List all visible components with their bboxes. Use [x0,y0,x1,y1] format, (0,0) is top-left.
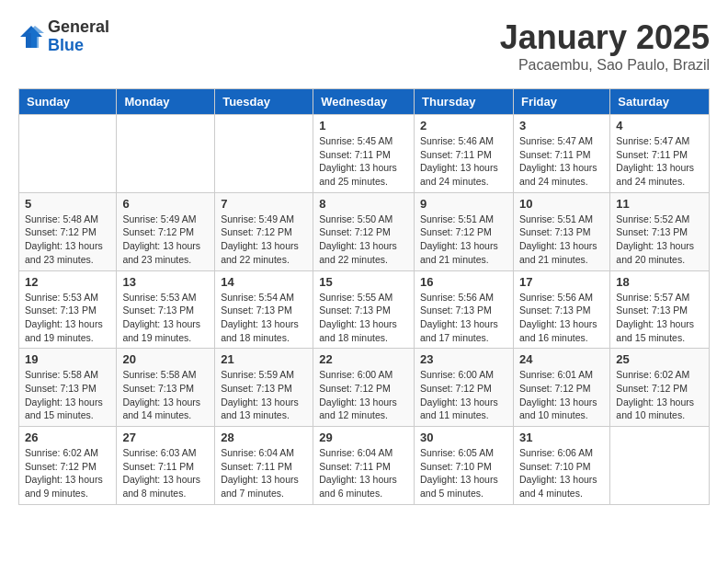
calendar-cell: 22Sunrise: 6:00 AM Sunset: 7:12 PM Dayli… [313,349,415,427]
calendar-cell: 2Sunrise: 5:46 AM Sunset: 7:11 PM Daylig… [415,115,514,193]
day-info: Sunrise: 5:50 AM Sunset: 7:12 PM Dayligh… [319,213,408,267]
calendar-week-row: 12Sunrise: 5:53 AM Sunset: 7:13 PM Dayli… [19,270,710,349]
calendar-week-row: 5Sunrise: 5:48 AM Sunset: 7:12 PM Daylig… [19,192,710,270]
day-number: 6 [122,197,209,211]
calendar-cell: 18Sunrise: 5:57 AM Sunset: 7:13 PM Dayli… [610,270,710,349]
calendar-cell: 16Sunrise: 5:56 AM Sunset: 7:13 PM Dayli… [415,270,514,349]
calendar-cell: 14Sunrise: 5:54 AM Sunset: 7:13 PM Dayli… [215,270,313,349]
calendar-cell: 4Sunrise: 5:47 AM Sunset: 7:11 PM Daylig… [610,115,710,193]
logo-icon [18,24,44,50]
calendar-cell: 5Sunrise: 5:48 AM Sunset: 7:12 PM Daylig… [19,192,117,270]
day-info: Sunrise: 5:51 AM Sunset: 7:13 PM Dayligh… [519,213,604,267]
day-number: 23 [420,352,507,366]
day-info: Sunrise: 5:49 AM Sunset: 7:12 PM Dayligh… [221,213,307,267]
location-subtitle: Pacaembu, Sao Paulo, Brazil [500,57,710,74]
day-number: 4 [616,119,703,132]
day-number: 2 [420,119,507,132]
day-number: 15 [319,275,408,289]
day-info: Sunrise: 6:06 AM Sunset: 7:10 PM Dayligh… [519,446,604,500]
day-info: Sunrise: 6:00 AM Sunset: 7:12 PM Dayligh… [420,368,507,422]
day-info: Sunrise: 6:04 AM Sunset: 7:11 PM Dayligh… [319,446,408,500]
day-info: Sunrise: 5:56 AM Sunset: 7:13 PM Dayligh… [420,291,507,345]
day-number: 11 [616,197,703,211]
day-number: 9 [420,197,507,211]
logo-text: General Blue [48,18,109,55]
calendar-cell: 9Sunrise: 5:51 AM Sunset: 7:12 PM Daylig… [415,192,514,270]
day-info: Sunrise: 6:03 AM Sunset: 7:11 PM Dayligh… [122,446,209,500]
calendar-cell: 8Sunrise: 5:50 AM Sunset: 7:12 PM Daylig… [313,192,415,270]
weekday-header-monday: Monday [117,89,215,115]
weekday-header-sunday: Sunday [19,89,117,115]
day-number: 22 [319,352,408,366]
calendar-cell: 27Sunrise: 6:03 AM Sunset: 7:11 PM Dayli… [117,427,215,505]
day-number: 31 [519,431,604,444]
day-number: 14 [221,275,307,289]
calendar-cell: 20Sunrise: 5:58 AM Sunset: 7:13 PM Dayli… [117,349,215,427]
calendar-cell: 6Sunrise: 5:49 AM Sunset: 7:12 PM Daylig… [117,192,215,270]
calendar-cell [215,115,313,193]
calendar-cell [610,427,710,505]
day-info: Sunrise: 6:00 AM Sunset: 7:12 PM Dayligh… [319,368,408,422]
day-number: 29 [319,431,408,444]
calendar-week-row: 1Sunrise: 5:45 AM Sunset: 7:11 PM Daylig… [19,115,710,193]
calendar-cell: 17Sunrise: 5:56 AM Sunset: 7:13 PM Dayli… [513,270,609,349]
day-number: 1 [319,119,408,132]
month-title: January 2025 [500,18,710,57]
day-info: Sunrise: 5:51 AM Sunset: 7:12 PM Dayligh… [420,213,507,267]
calendar-cell: 31Sunrise: 6:06 AM Sunset: 7:10 PM Dayli… [513,427,609,505]
day-info: Sunrise: 6:02 AM Sunset: 7:12 PM Dayligh… [616,368,703,422]
day-info: Sunrise: 5:53 AM Sunset: 7:13 PM Dayligh… [25,291,110,345]
day-number: 26 [25,431,110,444]
page-header: General Blue January 2025 Pacaembu, Sao … [18,18,710,74]
calendar-cell: 23Sunrise: 6:00 AM Sunset: 7:12 PM Dayli… [415,349,514,427]
day-number: 24 [519,352,604,366]
logo-blue-label: Blue [48,37,109,55]
day-number: 18 [616,275,703,289]
calendar-cell: 11Sunrise: 5:52 AM Sunset: 7:13 PM Dayli… [610,192,710,270]
day-number: 8 [319,197,408,211]
day-number: 27 [122,431,209,444]
day-info: Sunrise: 6:01 AM Sunset: 7:12 PM Dayligh… [519,368,604,422]
calendar-cell: 25Sunrise: 6:02 AM Sunset: 7:12 PM Dayli… [610,349,710,427]
calendar-cell: 26Sunrise: 6:02 AM Sunset: 7:12 PM Dayli… [19,427,117,505]
day-number: 10 [519,197,604,211]
calendar-cell: 13Sunrise: 5:53 AM Sunset: 7:13 PM Dayli… [117,270,215,349]
calendar-cell: 19Sunrise: 5:58 AM Sunset: 7:13 PM Dayli… [19,349,117,427]
calendar-cell: 24Sunrise: 6:01 AM Sunset: 7:12 PM Dayli… [513,349,609,427]
day-info: Sunrise: 6:05 AM Sunset: 7:10 PM Dayligh… [420,446,507,500]
calendar-cell: 21Sunrise: 5:59 AM Sunset: 7:13 PM Dayli… [215,349,313,427]
calendar-cell: 28Sunrise: 6:04 AM Sunset: 7:11 PM Dayli… [215,427,313,505]
calendar-table: SundayMondayTuesdayWednesdayThursdayFrid… [18,88,710,505]
day-info: Sunrise: 5:58 AM Sunset: 7:13 PM Dayligh… [25,368,110,422]
day-info: Sunrise: 5:47 AM Sunset: 7:11 PM Dayligh… [519,134,604,189]
day-number: 17 [519,275,604,289]
day-number: 30 [420,431,507,444]
day-info: Sunrise: 5:58 AM Sunset: 7:13 PM Dayligh… [122,368,209,422]
day-number: 5 [25,197,110,211]
calendar-cell: 7Sunrise: 5:49 AM Sunset: 7:12 PM Daylig… [215,192,313,270]
calendar-cell: 29Sunrise: 6:04 AM Sunset: 7:11 PM Dayli… [313,427,415,505]
weekday-header-row: SundayMondayTuesdayWednesdayThursdayFrid… [19,89,710,115]
day-number: 12 [25,275,110,289]
day-number: 19 [25,352,110,366]
calendar-cell: 30Sunrise: 6:05 AM Sunset: 7:10 PM Dayli… [415,427,514,505]
calendar-cell [117,115,215,193]
calendar-week-row: 19Sunrise: 5:58 AM Sunset: 7:13 PM Dayli… [19,349,710,427]
day-number: 25 [616,352,703,366]
calendar-week-row: 26Sunrise: 6:02 AM Sunset: 7:12 PM Dayli… [19,427,710,505]
day-info: Sunrise: 5:47 AM Sunset: 7:11 PM Dayligh… [616,134,703,189]
day-number: 13 [122,275,209,289]
day-number: 3 [519,119,604,132]
day-info: Sunrise: 5:56 AM Sunset: 7:13 PM Dayligh… [519,291,604,345]
calendar-cell: 10Sunrise: 5:51 AM Sunset: 7:13 PM Dayli… [513,192,609,270]
weekday-header-saturday: Saturday [610,89,710,115]
day-number: 21 [221,352,307,366]
day-info: Sunrise: 5:55 AM Sunset: 7:13 PM Dayligh… [319,291,408,345]
day-number: 28 [221,431,307,444]
day-info: Sunrise: 5:54 AM Sunset: 7:13 PM Dayligh… [221,291,307,345]
day-info: Sunrise: 5:48 AM Sunset: 7:12 PM Dayligh… [25,213,110,267]
day-info: Sunrise: 5:52 AM Sunset: 7:13 PM Dayligh… [616,213,703,267]
calendar-cell: 3Sunrise: 5:47 AM Sunset: 7:11 PM Daylig… [513,115,609,193]
day-info: Sunrise: 5:45 AM Sunset: 7:11 PM Dayligh… [319,134,408,189]
title-block: January 2025 Pacaembu, Sao Paulo, Brazil [500,18,710,74]
